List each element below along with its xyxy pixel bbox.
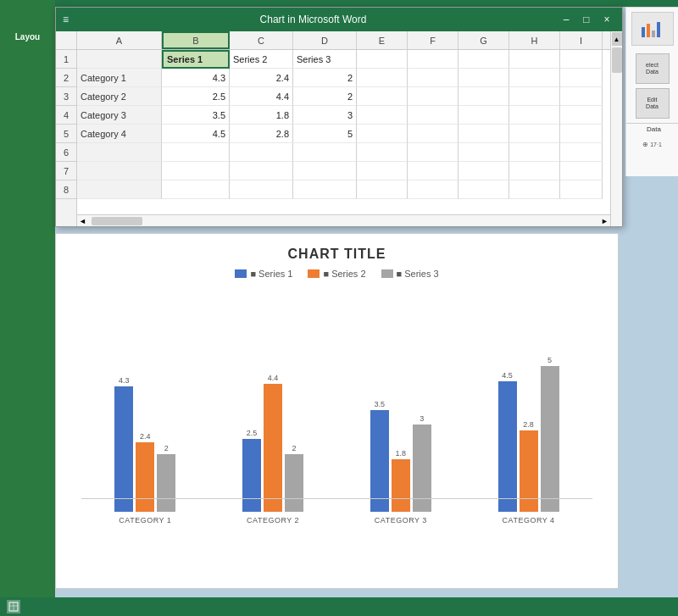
cell-c7[interactable]	[230, 162, 293, 180]
cell-i5[interactable]	[560, 125, 603, 143]
cell-c8[interactable]	[230, 180, 293, 199]
cell-h1[interactable]	[509, 50, 560, 69]
cell-b1[interactable]: Series 1	[162, 50, 230, 69]
window-minimize-button[interactable]: –	[558, 13, 575, 26]
cell-f3[interactable]	[408, 87, 458, 106]
cell-a2[interactable]: Category 1	[77, 69, 162, 87]
cell-g4[interactable]	[458, 106, 509, 125]
cell-e5[interactable]	[357, 125, 408, 143]
cell-b5[interactable]: 4.5	[162, 125, 230, 143]
cell-f2[interactable]	[408, 69, 458, 87]
cell-h4[interactable]	[509, 106, 560, 125]
cell-a6[interactable]	[77, 143, 162, 162]
bar-wrapper-s3-c3: 3	[413, 414, 431, 512]
cell-g3[interactable]	[458, 87, 509, 106]
cell-a1[interactable]	[77, 50, 162, 69]
cell-g8[interactable]	[458, 180, 509, 199]
cell-d2[interactable]: 2	[293, 69, 357, 87]
cell-g5[interactable]	[458, 125, 509, 143]
col-header-a: A	[77, 31, 162, 49]
word-top-ribbon	[0, 0, 678, 7]
cell-c5[interactable]: 2.8	[230, 125, 293, 143]
cell-b2[interactable]: 4.3	[162, 69, 230, 87]
col-header-c: C	[230, 31, 293, 49]
cell-i4[interactable]	[560, 106, 603, 125]
cell-e4[interactable]	[357, 106, 408, 125]
cell-a3[interactable]: Category 2	[77, 87, 162, 106]
cell-g6[interactable]	[458, 143, 509, 162]
cell-f7[interactable]	[408, 162, 458, 180]
cell-i3[interactable]	[560, 87, 603, 106]
cell-e8[interactable]	[357, 180, 408, 199]
cell-i6[interactable]	[560, 143, 603, 162]
cell-h2[interactable]	[509, 69, 560, 87]
col-header-g: G	[458, 31, 509, 49]
chart-window-titlebar: ≡ Chart in Microsoft Word – □ ×	[56, 8, 622, 31]
legend-item-series3: ■ Series 3	[381, 269, 439, 279]
bar-wrapper-s1-c1: 4.3	[114, 376, 133, 512]
cell-h7[interactable]	[509, 162, 560, 180]
chart-mini-icon	[631, 12, 674, 46]
cell-e1[interactable]	[357, 50, 408, 69]
cell-a8[interactable]	[77, 180, 162, 199]
cell-d3[interactable]: 2	[293, 87, 357, 106]
cell-h3[interactable]	[509, 87, 560, 106]
cell-d7[interactable]	[293, 162, 357, 180]
row-headers: 1 2 3 4 5 6 7 8	[56, 31, 77, 226]
cell-a4[interactable]: Category 3	[77, 106, 162, 125]
cell-g1[interactable]	[458, 50, 509, 69]
category-group-2: 2.5 4.4 2 CATEGORY 2	[242, 317, 303, 524]
scrollbar-h-thumb[interactable]	[92, 217, 142, 225]
cell-b3[interactable]: 2.5	[162, 87, 230, 106]
window-close-button[interactable]: ×	[598, 13, 615, 26]
cell-a7[interactable]	[77, 162, 162, 180]
cell-i8[interactable]	[560, 180, 603, 199]
category-label-2: CATEGORY 2	[247, 516, 299, 524]
legend-label-series1: ■ Series 1	[250, 269, 292, 279]
cell-i2[interactable]	[560, 69, 603, 87]
bar-wrapper-s1-c2: 2.5	[242, 429, 261, 512]
cell-d4[interactable]: 3	[293, 106, 357, 125]
cell-i1[interactable]	[560, 50, 603, 69]
cell-e2[interactable]	[357, 69, 408, 87]
cell-e3[interactable]	[357, 87, 408, 106]
cell-e6[interactable]	[357, 143, 408, 162]
cell-g7[interactable]	[458, 162, 509, 180]
cell-c6[interactable]	[230, 143, 293, 162]
cell-b7[interactable]	[162, 162, 230, 180]
cell-b6[interactable]	[162, 143, 230, 162]
scrollbar-v-thumb[interactable]	[612, 47, 622, 73]
bar-s3-c1	[157, 454, 175, 512]
cell-d1[interactable]: Series 3	[293, 50, 357, 69]
cell-b8[interactable]	[162, 180, 230, 199]
select-data-button[interactable]: electData	[636, 53, 670, 84]
cell-h5[interactable]	[509, 125, 560, 143]
cell-h6[interactable]	[509, 143, 560, 162]
cell-f6[interactable]	[408, 143, 458, 162]
vertical-scrollbar[interactable]: ▲	[610, 31, 622, 226]
cell-c1[interactable]: Series 2	[230, 50, 293, 69]
edit-data-button[interactable]: EditData	[636, 88, 670, 119]
cell-f5[interactable]	[408, 125, 458, 143]
cell-f4[interactable]	[408, 106, 458, 125]
cell-c4[interactable]: 1.8	[230, 106, 293, 125]
cell-g2[interactable]	[458, 69, 509, 87]
cell-c2[interactable]: 2.4	[230, 69, 293, 87]
horizontal-scrollbar[interactable]: ◄ ►	[77, 214, 610, 226]
legend-label-series3: ■ Series 3	[397, 269, 439, 279]
cell-d5[interactable]: 5	[293, 125, 357, 143]
window-maximize-button[interactable]: □	[578, 13, 595, 26]
cell-e7[interactable]	[357, 162, 408, 180]
cell-d8[interactable]	[293, 180, 357, 199]
cell-f8[interactable]	[408, 180, 458, 199]
svg-rect-1	[647, 24, 650, 37]
cell-c3[interactable]: 4.4	[230, 87, 293, 106]
cell-i7[interactable]	[560, 162, 603, 180]
cell-d6[interactable]	[293, 143, 357, 162]
cell-h8[interactable]	[509, 180, 560, 199]
cell-a5[interactable]: Category 4	[77, 125, 162, 143]
legend-item-series1: ■ Series 1	[235, 269, 292, 279]
cell-b4[interactable]: 3.5	[162, 106, 230, 125]
cell-f1[interactable]	[408, 50, 458, 69]
category-group-4: 4.5 2.8 5 CATEGORY 4	[498, 317, 559, 524]
